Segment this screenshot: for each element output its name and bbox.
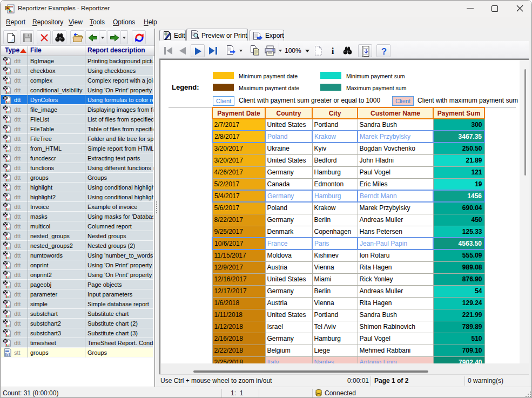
svg-text:?: ? bbox=[381, 46, 387, 57]
svg-text:i: i bbox=[332, 46, 334, 56]
